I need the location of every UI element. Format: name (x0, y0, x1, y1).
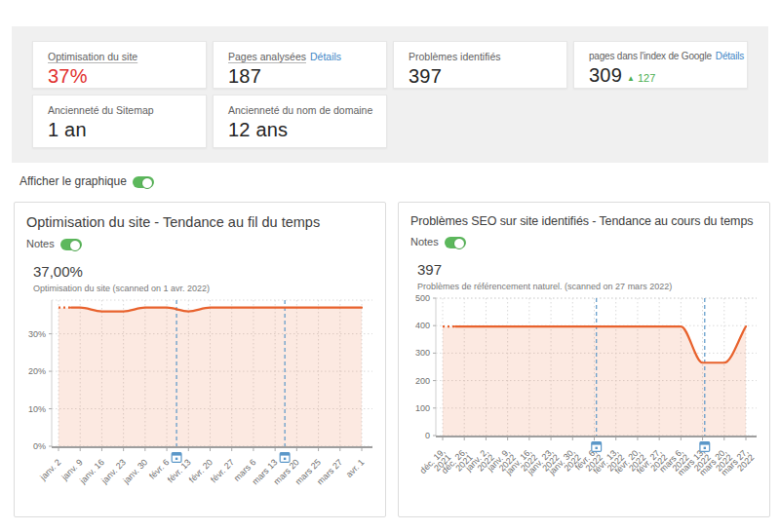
issues-chart[interactable]: 0100200300400500déc. 19,2021déc. 26,2021… (410, 293, 758, 506)
stat-card-sitemap-value: 1 an (48, 119, 200, 141)
stat-card-optimisation-label: Optimisation du site (48, 51, 200, 62)
index-delta: ▲ 127 (627, 72, 655, 84)
chart-area (443, 326, 746, 436)
stat-cards-grid: Optimisation du site 37% Pages analysées… (32, 41, 748, 148)
show-chart-label: Afficher le graphique (20, 174, 127, 188)
issues-metric-value: 397 (417, 261, 758, 278)
y-tick-label: 100 (415, 403, 430, 413)
optimisation-chart[interactable]: 0%10%20%30%janv. 2janv. 9janv. 16janv. 2… (26, 295, 373, 508)
stat-card-domain-value: 12 ans (228, 119, 380, 141)
optimisation-panel-title: Optimisation du site - Tendance au fil d… (26, 214, 373, 230)
stat-card-index-value: 309▲ 127 (589, 64, 741, 87)
show-chart-row: Afficher le graphique (20, 174, 154, 188)
x-tick-label: janv. 2 (37, 457, 62, 482)
stat-card-problemes: Problèmes identifiés 397 (393, 41, 567, 89)
stat-card-index-label: pages dans l'index de GoogleDétails (589, 51, 741, 61)
stat-card-optimisation: Optimisation du site 37% (32, 41, 207, 89)
y-tick-label: 30% (28, 329, 46, 339)
notes-label: Notes (26, 238, 55, 249)
stat-card-problemes-title: Problèmes identifiés (409, 51, 561, 62)
stat-card-domain-age: Ancienneté du nom de domaine 12 ans (213, 95, 387, 148)
note-calendar-icon[interactable] (700, 442, 710, 452)
stat-card-problemes-value: 397 (409, 65, 561, 88)
summary-cards-section: Optimisation du site 37% Pages analysées… (12, 26, 768, 163)
note-calendar-icon[interactable] (592, 442, 602, 452)
stat-card-optimisation-title[interactable]: Optimisation du site (48, 51, 137, 62)
chart-area (58, 308, 362, 446)
y-tick-label: 0 (425, 431, 430, 440)
notes-toggle[interactable] (445, 237, 466, 248)
optimisation-metric: 37,00% Optimisation du site (scanned on … (33, 263, 373, 293)
index-delta-value: 127 (638, 72, 655, 84)
seo-issues-trend-panel: Problèmes SEO sur site identifiés - Tend… (398, 202, 770, 517)
y-tick-label: 0% (33, 441, 46, 451)
issues-metric: 397 Problèmes de référencement naturel. … (417, 261, 758, 291)
y-tick-label: 20% (28, 366, 46, 376)
note-calendar-icon[interactable] (280, 453, 290, 463)
notes-label: Notes (410, 236, 439, 247)
stat-card-sitemap-age: Ancienneté du Sitemap 1 an (32, 95, 207, 148)
stat-card-index-google: pages dans l'index de GoogleDétails 309▲… (573, 41, 748, 89)
stat-card-index-title: pages dans l'index de Google (589, 51, 712, 61)
issues-panel-title: Problèmes SEO sur site identifiés - Tend… (410, 214, 758, 228)
optimisation-trend-panel: Optimisation du site - Tendance au fil d… (14, 202, 386, 517)
issues-metric-subtitle: Problèmes de référencement naturel. (sca… (417, 282, 758, 291)
stat-card-pages-title[interactable]: Pages analysées (228, 51, 306, 62)
x-tick-label: févr. 27 (209, 457, 236, 484)
notes-toggle[interactable] (60, 239, 82, 250)
notes-row: Notes (410, 236, 758, 248)
notes-row: Notes (26, 238, 373, 250)
details-link[interactable]: Détails (716, 51, 744, 61)
details-link[interactable]: Détails (310, 51, 341, 62)
x-tick-label: avr. 1 (344, 457, 367, 479)
optimisation-metric-subtitle: Optimisation du site (scanned on 1 avr. … (33, 284, 373, 293)
stat-card-pages-label: Pages analyséesDétails (228, 51, 380, 62)
stat-card-pages-value: 187 (228, 65, 380, 88)
stat-card-optimisation-value: 37% (48, 65, 200, 88)
y-tick-label: 10% (28, 404, 46, 414)
y-tick-label: 200 (415, 376, 430, 386)
optimisation-metric-value: 37,00% (33, 263, 373, 280)
y-tick-label: 400 (415, 321, 430, 330)
stat-card-pages-analysees: Pages analyséesDétails 187 (213, 41, 387, 89)
y-tick-label: 300 (415, 348, 430, 358)
stat-card-domain-title: Ancienneté du nom de domaine (228, 104, 380, 116)
y-tick-label: 500 (415, 293, 430, 303)
show-chart-toggle[interactable] (133, 176, 154, 188)
up-arrow-icon: ▲ (627, 74, 635, 83)
index-count: 309 (589, 64, 622, 86)
stat-card-sitemap-title: Ancienneté du Sitemap (48, 104, 200, 116)
note-calendar-icon[interactable] (172, 453, 181, 463)
